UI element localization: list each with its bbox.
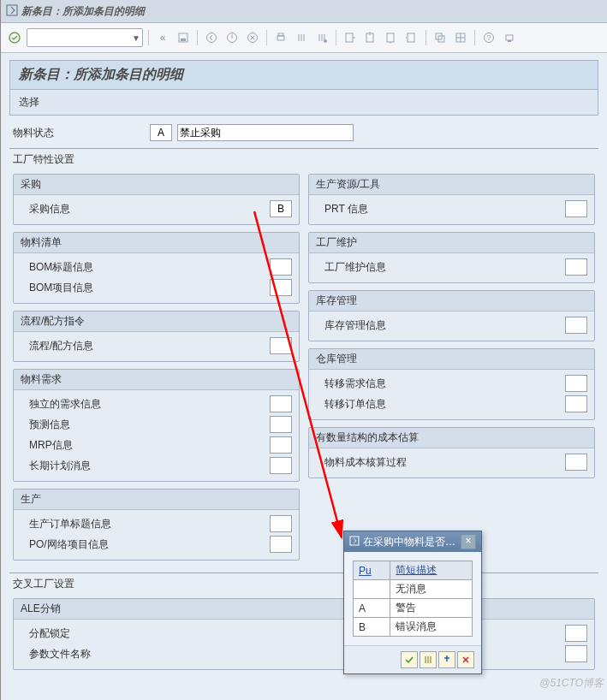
cell-code [354,580,390,599]
setting-label: BOM项目信息 [21,281,270,295]
help-icon[interactable]: ? [480,29,497,46]
groupbox-title: ALE分销 [14,599,594,620]
groupbox: 仓库管理转移需求信息转移订单信息 [308,348,595,420]
cell-desc: 错误消息 [390,618,473,637]
find-icon[interactable] [293,29,310,46]
setting-label: 流程/配方信息 [21,339,270,353]
material-status-row: 物料状态 [9,124,598,141]
col-pu[interactable]: Pu [354,561,390,580]
groupbox: 有数量结构的成本估算物料成本核算过程 [308,427,595,478]
popup-accept-icon[interactable] [401,651,418,668]
page-first-icon[interactable] [342,29,359,46]
setting-value-input[interactable] [565,395,587,412]
setting-label: 预测信息 [21,418,270,432]
layout-icon[interactable] [452,29,469,46]
setting-label: 生产订单标题信息 [21,517,270,531]
page-next-icon[interactable] [383,29,400,46]
setting-label: 独立的需求信息 [21,397,270,412]
setting-value-input[interactable] [565,317,587,334]
setting-value-input[interactable] [565,625,587,642]
settings-icon[interactable] [501,29,518,46]
setting-value-input[interactable] [270,258,292,276]
groupbox: 生产资源/工具PRT 信息 [308,174,595,225]
setting-value-input[interactable] [270,457,292,474]
popup-search-icon[interactable] [420,651,437,668]
chevron-down-icon: ▼ [132,33,140,43]
command-dropdown[interactable]: ▼ [27,28,143,47]
setting-label: PRT 信息 [316,202,565,217]
toolbar-separator [148,30,149,45]
cross-plant-settings-title: 交叉工厂设置 [9,573,598,595]
new-session-icon[interactable] [431,29,449,46]
svg-text:?: ? [486,33,491,42]
back-icon[interactable] [203,29,220,46]
table-row[interactable]: A警告 [354,599,473,618]
groupbox: 采购采购信息 [13,174,300,225]
setting-label: 工厂维护信息 [316,260,565,275]
table-row[interactable]: B错误消息 [354,618,473,637]
setting-value-input[interactable] [565,454,587,471]
cell-desc: 警告 [390,599,473,618]
groupbox: 物料清单BOM标题信息BOM项目信息 [13,232,300,304]
setting-label: BOM标题信息 [21,260,270,275]
find-next-icon[interactable] [313,29,330,46]
cancel-icon[interactable] [244,29,261,46]
setting-label: 物料成本核算过程 [316,455,565,470]
save-icon[interactable] [175,29,192,46]
setting-value-input[interactable] [270,436,292,454]
groupbox-title: 采购 [14,175,299,195]
svg-rect-8 [278,33,283,36]
col-desc[interactable]: 简短描述 [390,561,473,580]
svg-rect-20 [508,40,511,42]
setting-value-input[interactable] [270,536,292,553]
popup-pin-icon[interactable] [438,651,455,668]
groupbox-title: 库存管理 [309,291,594,311]
table-row[interactable]: 无消息 [354,580,473,599]
setting-row: MRP信息 [21,435,292,455]
setting-value-input[interactable] [270,337,292,354]
setting-value-input[interactable] [565,375,587,392]
watermark: @51CTO博客 [539,676,604,691]
setting-value-input[interactable] [565,258,587,276]
page-prev-icon[interactable] [362,29,379,46]
setting-row: 独立的需求信息 [21,394,292,414]
page-last-icon[interactable] [403,29,420,46]
groupbox-title: 工厂维护 [309,233,594,253]
popup-cancel-icon[interactable] [457,651,474,668]
setting-row: 分配锁定 [21,623,587,644]
exit-icon[interactable] [223,29,241,46]
setting-value-input[interactable] [270,279,292,296]
close-icon[interactable]: × [461,534,476,549]
setting-label: 转移需求信息 [316,377,565,391]
setting-row: 转移需求信息 [316,373,587,394]
setting-label: 长期计划消息 [21,459,270,473]
svg-rect-7 [277,36,284,40]
setting-value-input[interactable] [270,395,292,412]
prev-first-icon[interactable]: « [154,29,171,46]
groupbox-title: 物料清单 [14,233,299,253]
setting-row: 长期计划消息 [21,455,292,476]
material-status-desc-input[interactable] [177,124,354,141]
groupbox: 流程/配方指令流程/配方信息 [13,311,300,362]
groupbox-title: 物料需求 [14,370,299,390]
setting-row: 参数文件名称 [21,644,587,664]
setting-value-input[interactable] [270,515,292,532]
plant-settings-group: 工厂特性设置 采购采购信息物料清单BOM标题信息BOM项目信息流程/配方指令流程… [9,148,598,567]
ok-icon[interactable] [6,29,23,46]
setting-value-input[interactable] [565,645,587,662]
svg-point-4 [207,33,217,43]
groupbox-title: 流程/配方指令 [14,311,299,332]
setting-value-input[interactable] [270,200,292,217]
setting-value-input[interactable] [270,416,292,433]
popup-title-bar: 在采购中物料是否被... × [344,531,481,552]
setting-label: MRP信息 [21,438,270,453]
material-status-code-input[interactable] [150,124,172,141]
value-help-table[interactable]: Pu 简短描述 无消息A警告B错误消息 [353,561,473,637]
groupbox: 工厂维护工厂维护信息 [308,232,595,283]
cell-code: A [354,599,390,618]
material-status-label: 物料状态 [13,126,150,140]
setting-value-input[interactable] [565,200,587,217]
print-icon[interactable] [272,29,289,46]
setting-label: 采购信息 [21,202,270,217]
setting-label: PO/网络项目信息 [21,537,270,552]
